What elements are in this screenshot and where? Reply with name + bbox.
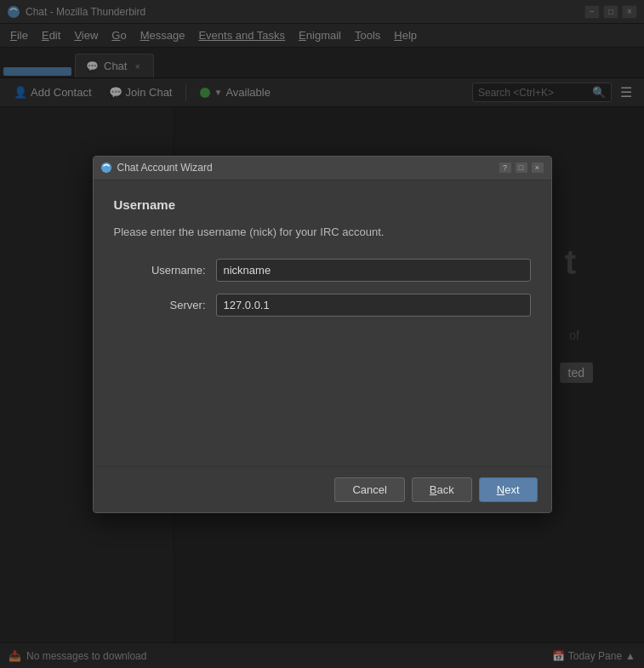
dialog-titlebar-controls: ? □ × (499, 162, 544, 174)
dialog-close-button[interactable]: × (531, 162, 544, 174)
chat-account-wizard-dialog: Chat Account Wizard ? □ × Username Pleas… (93, 156, 552, 513)
dialog-help-button[interactable]: ? (499, 162, 512, 174)
dialog-maximize-button[interactable]: □ (515, 162, 528, 174)
server-input[interactable] (216, 294, 531, 317)
dialog-titlebar: Chat Account Wizard ? □ × (94, 157, 551, 180)
dialog-section-title: Username (114, 197, 531, 212)
server-row: Server: (114, 294, 531, 317)
dialog-content: Username Please enter the username (nick… (94, 180, 551, 466)
svg-point-1 (100, 163, 111, 173)
dialog-footer: Cancel Back Next (94, 466, 551, 512)
back-button[interactable]: Back (412, 477, 472, 502)
dialog-title: Chat Account Wizard (117, 162, 213, 174)
username-row: Username: (114, 259, 531, 282)
next-button[interactable]: Next (479, 477, 538, 502)
dialog-app-icon (100, 162, 112, 174)
cancel-button[interactable]: Cancel (334, 477, 404, 502)
modal-overlay: Chat Account Wizard ? □ × Username Pleas… (0, 0, 644, 668)
dialog-description: Please enter the username (nick) for you… (114, 226, 531, 238)
username-input[interactable] (216, 259, 531, 282)
dialog-titlebar-left: Chat Account Wizard (100, 162, 213, 174)
username-label: Username: (114, 264, 216, 277)
server-label: Server: (114, 299, 216, 311)
